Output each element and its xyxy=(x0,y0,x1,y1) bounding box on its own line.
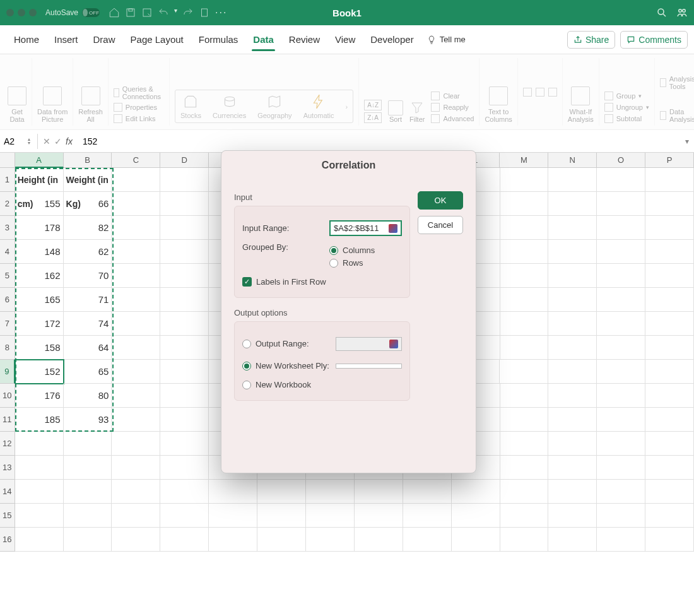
cell[interactable] xyxy=(597,456,645,480)
cell[interactable] xyxy=(597,240,645,264)
cell[interactable] xyxy=(160,240,209,264)
get-data-button[interactable]: Get Data xyxy=(3,58,32,126)
sort-az-button[interactable]: A↓Z Z↓A xyxy=(364,100,382,123)
remove-duplicates-button[interactable] xyxy=(536,88,544,97)
data-from-picture-button[interactable]: Data from Picture xyxy=(32,58,73,126)
cell[interactable]: 93 xyxy=(64,408,112,432)
select-all-corner[interactable] xyxy=(0,153,15,168)
cell[interactable] xyxy=(160,456,209,480)
name-box-input[interactable] xyxy=(4,136,28,146)
tab-review[interactable]: Review xyxy=(281,28,327,51)
cell[interactable] xyxy=(645,456,694,480)
cancel-formula-icon[interactable]: ✕ xyxy=(43,136,50,146)
cell[interactable] xyxy=(645,432,694,456)
cell[interactable] xyxy=(548,408,597,432)
undo-dropdown-icon[interactable]: ▾ xyxy=(174,7,177,18)
cell[interactable] xyxy=(160,216,209,240)
cell[interactable] xyxy=(548,240,597,264)
tell-me-search[interactable]: Tell me xyxy=(426,35,466,45)
enter-formula-icon[interactable]: ✓ xyxy=(54,136,62,146)
cell[interactable] xyxy=(500,264,549,288)
share-people-icon[interactable] xyxy=(676,7,688,18)
tab-developer[interactable]: Developer xyxy=(363,28,421,51)
cell[interactable] xyxy=(112,288,160,312)
cell[interactable] xyxy=(355,528,403,552)
cell[interactable]: Height (in cm) xyxy=(15,168,64,192)
cell[interactable] xyxy=(597,480,645,504)
cell[interactable]: 148 xyxy=(15,240,64,264)
cell[interactable] xyxy=(112,432,160,456)
row-header[interactable]: 11 xyxy=(0,408,15,432)
cell[interactable] xyxy=(548,504,597,528)
row-header[interactable]: 12 xyxy=(0,432,15,456)
output-range-radio[interactable]: Output Range: xyxy=(242,339,331,348)
cancel-button[interactable]: Cancel xyxy=(418,216,463,234)
cell[interactable] xyxy=(645,528,694,552)
cell[interactable] xyxy=(15,456,64,480)
cell[interactable] xyxy=(500,216,549,240)
cell[interactable] xyxy=(548,384,597,408)
cell[interactable] xyxy=(306,480,355,504)
maximize-window-icon[interactable] xyxy=(29,9,37,16)
datatypes-more-icon[interactable]: › xyxy=(346,103,348,110)
cell[interactable] xyxy=(160,360,209,384)
cell[interactable] xyxy=(160,408,209,432)
cell[interactable] xyxy=(112,360,160,384)
cell[interactable] xyxy=(645,216,694,240)
cell[interactable] xyxy=(64,456,112,480)
cell[interactable] xyxy=(645,192,694,216)
minimize-window-icon[interactable] xyxy=(18,9,25,16)
cell[interactable] xyxy=(597,288,645,312)
cell[interactable] xyxy=(112,312,160,336)
cell[interactable] xyxy=(645,336,694,360)
row-header[interactable]: 5 xyxy=(0,264,15,288)
cell[interactable] xyxy=(160,480,209,504)
cell[interactable]: 80 xyxy=(64,384,112,408)
cell[interactable] xyxy=(15,528,64,552)
row-header[interactable]: 14 xyxy=(0,480,15,504)
cell[interactable] xyxy=(548,528,597,552)
cell[interactable] xyxy=(597,432,645,456)
range-picker-icon[interactable] xyxy=(389,224,397,233)
cell[interactable] xyxy=(500,504,549,528)
cell[interactable] xyxy=(597,360,645,384)
filter-button[interactable]: Filter xyxy=(409,100,425,123)
row-header[interactable]: 13 xyxy=(0,456,15,480)
cell[interactable] xyxy=(112,384,160,408)
cell[interactable] xyxy=(160,264,209,288)
cell[interactable] xyxy=(645,312,694,336)
cell[interactable] xyxy=(112,192,160,216)
cell[interactable] xyxy=(500,384,549,408)
reapply-filter-button[interactable]: Reapply xyxy=(431,103,474,112)
tab-view[interactable]: View xyxy=(327,28,363,51)
cell[interactable] xyxy=(355,480,403,504)
cell[interactable] xyxy=(257,528,306,552)
cell[interactable] xyxy=(257,480,306,504)
cell[interactable]: 70 xyxy=(64,264,112,288)
cell[interactable] xyxy=(64,504,112,528)
flash-fill-button[interactable] xyxy=(523,88,532,97)
analysis-tools-button[interactable]: Analysis Tools xyxy=(660,75,694,90)
currencies-datatype[interactable]: Currencies xyxy=(213,93,246,119)
cell[interactable]: 176 xyxy=(15,384,64,408)
cell[interactable] xyxy=(548,336,597,360)
cell[interactable] xyxy=(500,432,549,456)
cell[interactable]: Weight (in Kg) xyxy=(64,168,112,192)
cell[interactable]: 66 xyxy=(64,192,112,216)
column-header[interactable]: M xyxy=(500,153,548,168)
redo-icon[interactable] xyxy=(182,7,194,18)
cell[interactable] xyxy=(209,480,257,504)
cell[interactable] xyxy=(64,528,112,552)
cell[interactable]: 62 xyxy=(64,240,112,264)
cell[interactable] xyxy=(112,528,160,552)
cell[interactable] xyxy=(112,216,160,240)
cell[interactable] xyxy=(548,480,597,504)
tab-home[interactable]: Home xyxy=(6,28,47,51)
search-icon[interactable] xyxy=(656,7,668,18)
tab-draw[interactable]: Draw xyxy=(86,28,123,51)
cell[interactable] xyxy=(500,456,549,480)
advanced-filter-button[interactable]: Advanced xyxy=(431,114,474,123)
cell[interactable] xyxy=(209,528,257,552)
column-header[interactable]: A xyxy=(15,153,64,168)
cell[interactable] xyxy=(645,168,694,192)
